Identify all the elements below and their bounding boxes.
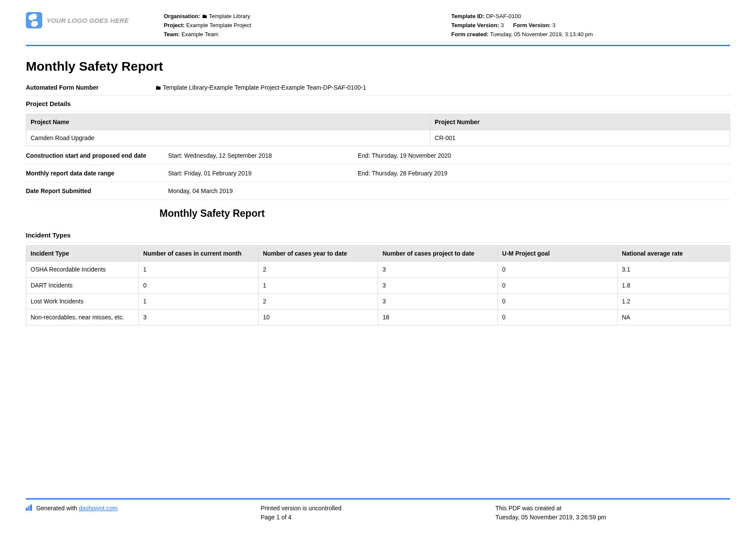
organisation-label: Organisation: [164,13,200,19]
project-value: Example Template Project [186,22,251,28]
date-submitted-value: Monday, 04 March 2019 [168,187,358,194]
template-version-label: Template Version: [451,22,499,28]
cell-current: 3 [139,309,259,325]
cell-type: Non-recordables, near misses, etc. [26,309,139,325]
table-row: Camden Road Upgrade CR-001 [26,130,730,146]
construction-dates-row: Construction start and proposed end date… [26,147,730,165]
logo-icon [26,12,42,28]
report-range-label: Monthly report data date range [26,170,168,177]
header-meta-left: Organisation: 🖿 Template Library Project… [164,12,443,39]
form-version-value: 3 [553,22,556,28]
col-project-to-date: Number of cases project to date [378,246,498,262]
cell-goal: 0 [498,278,618,294]
automated-form-number-value: 🖿 Template Library-Example Template Proj… [155,84,730,91]
cell-ptd: 18 [378,309,498,325]
cell-national: 1.2 [617,294,730,309]
team-value: Example Team [181,31,219,37]
construction-end: End: Thursday, 19 November 2020 [358,152,730,159]
cell-project-name: Camden Road Upgrade [26,130,431,146]
cell-goal: 0 [498,262,618,278]
project-details-table: Project Name Project Number Camden Road … [26,114,730,146]
col-national-avg: National average rate [617,246,730,262]
template-version-value: 3 [501,22,504,28]
table-row: Non-recordables, near misses, etc.310180… [26,309,730,325]
section-subtitle: Monthly Safety Report [159,208,730,219]
cell-ytd: 2 [258,262,378,278]
cell-current: 1 [139,294,259,309]
cell-ytd: 10 [258,309,378,325]
form-created-value: Tuesday, 05 November 2019, 3:13:40 pm [490,31,593,37]
date-submitted-empty [358,187,730,194]
col-year-to-date: Number of cases year to date [258,246,378,262]
form-created-label: Form created: [451,31,489,37]
project-label: Project: [164,22,184,28]
cell-national: 3.1 [617,262,730,278]
table-row: DART Incidents01301.8 [26,278,730,294]
cell-national: NA [617,309,730,325]
template-id-value: DP-SAF-0100 [486,13,521,19]
table-row: Lost Work Incidents12301.2 [26,294,730,309]
cell-ytd: 2 [258,294,378,309]
table-header-row: Project Name Project Number [26,114,730,130]
report-range-row: Monthly report data date range Start: Fr… [26,165,730,182]
cell-ytd: 1 [258,278,378,294]
page-title: Monthly Safety Report [26,59,730,74]
construction-dates-label: Construction start and proposed end date [26,152,168,159]
col-project-goal: U-M Project goal [498,246,618,262]
construction-start: Start: Wednesday, 12 September 2018 [168,152,358,159]
cell-type: DART Incidents [26,278,139,294]
automated-form-number-label: Automated Form Number [26,84,155,91]
team-label: Team: [164,31,180,37]
cell-ptd: 3 [378,262,498,278]
organisation-value: 🖿 Template Library [202,13,250,19]
template-id-label: Template ID: [451,13,484,19]
cell-ptd: 3 [378,294,498,309]
cell-current: 1 [139,262,259,278]
incident-types-table: Incident Type Number of cases in current… [26,245,730,325]
col-project-name: Project Name [26,114,431,130]
logo-block: YOUR LOGO GOES HERE [26,12,155,28]
table-row: OSHA Recordable Incidents12303.1 [26,262,730,278]
col-project-number: Project Number [430,114,730,130]
cell-ptd: 3 [378,278,498,294]
logo-placeholder-text: YOUR LOGO GOES HERE [47,17,129,24]
report-range-start: Start: Friday, 01 February 2019 [168,170,358,177]
date-submitted-row: Date Report Submitted Monday, 04 March 2… [26,182,730,200]
incident-types-heading: Incident Types [26,227,730,243]
header-meta-right: Template ID: DP-SAF-0100 Template Versio… [451,12,730,39]
cell-current: 0 [139,278,259,294]
col-current-month: Number of cases in current month [139,246,259,262]
col-incident-type: Incident Type [26,246,139,262]
cell-national: 1.8 [617,278,730,294]
cell-goal: 0 [498,294,618,309]
report-range-end: End: Thursday, 28 February 2019 [358,170,730,177]
date-submitted-label: Date Report Submitted [26,187,168,194]
form-version-label: Form Version: [513,22,551,28]
automated-form-number-row: Automated Form Number 🖿 Template Library… [26,81,730,96]
cell-type: OSHA Recordable Incidents [26,262,139,278]
table-header-row: Incident Type Number of cases in current… [26,246,730,262]
document-header: YOUR LOGO GOES HERE Organisation: 🖿 Temp… [26,12,730,46]
cell-type: Lost Work Incidents [26,294,139,309]
project-details-heading: Project Details [26,96,730,111]
cell-project-number: CR-001 [430,130,730,146]
cell-goal: 0 [498,309,618,325]
